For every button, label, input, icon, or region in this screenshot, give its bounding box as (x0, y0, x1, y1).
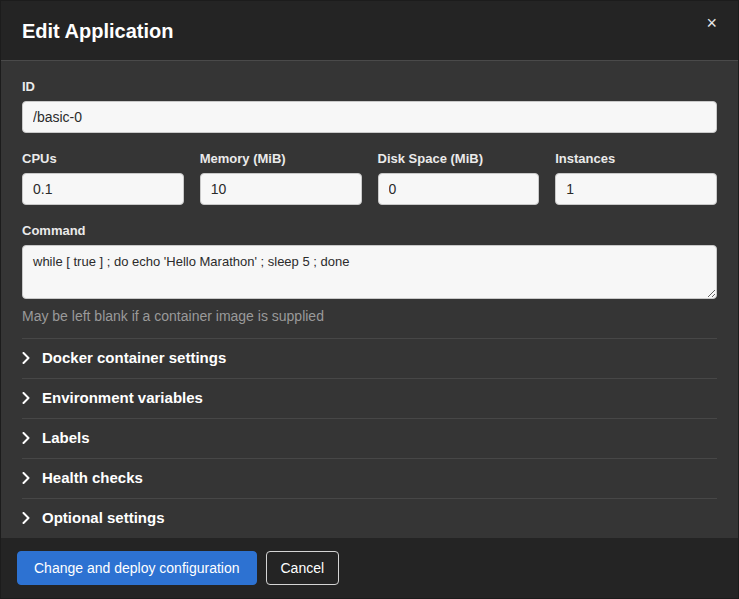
command-help-text: May be left blank if a container image i… (22, 308, 717, 325)
disk-label: Disk Space (MiB) (378, 151, 540, 167)
id-input[interactable] (22, 101, 717, 133)
command-field-group: Command while [ true ] ; do echo 'Hello … (22, 223, 717, 325)
modal-title: Edit Application (22, 18, 173, 44)
chevron-right-icon (22, 472, 30, 484)
modal-header: Edit Application × (1, 1, 738, 61)
chevron-right-icon (22, 392, 30, 404)
section-label: Optional settings (42, 509, 165, 527)
edit-application-modal: Edit Application × ID CPUs Memory (MiB) … (0, 0, 739, 599)
chevron-right-icon (22, 512, 30, 524)
instances-label: Instances (555, 151, 717, 167)
section-docker-container-settings[interactable]: Docker container settings (22, 339, 717, 379)
cancel-button[interactable]: Cancel (266, 551, 340, 585)
collapsible-sections: Docker container settings Environment va… (22, 338, 717, 538)
close-icon[interactable]: × (702, 12, 721, 34)
cpus-label: CPUs (22, 151, 184, 167)
memory-input[interactable] (200, 173, 362, 205)
modal-footer: Change and deploy configuration Cancel (1, 538, 738, 598)
id-label: ID (22, 79, 717, 95)
section-label: Docker container settings (42, 349, 226, 367)
instances-field-group: Instances (555, 151, 717, 205)
memory-label: Memory (MiB) (200, 151, 362, 167)
section-label: Labels (42, 429, 90, 447)
cpus-field-group: CPUs (22, 151, 184, 205)
modal-body: ID CPUs Memory (MiB) Disk Space (MiB) In… (1, 61, 738, 538)
section-label: Environment variables (42, 389, 203, 407)
command-label: Command (22, 223, 717, 239)
chevron-right-icon (22, 352, 30, 364)
chevron-right-icon (22, 432, 30, 444)
instances-input[interactable] (555, 173, 717, 205)
change-and-deploy-button[interactable]: Change and deploy configuration (17, 551, 257, 585)
cpus-input[interactable] (22, 173, 184, 205)
id-field-group: ID (22, 79, 717, 133)
section-environment-variables[interactable]: Environment variables (22, 379, 717, 419)
memory-field-group: Memory (MiB) (200, 151, 362, 205)
section-labels[interactable]: Labels (22, 419, 717, 459)
section-health-checks[interactable]: Health checks (22, 459, 717, 499)
disk-field-group: Disk Space (MiB) (378, 151, 540, 205)
section-label: Health checks (42, 469, 143, 487)
section-optional-settings[interactable]: Optional settings (22, 499, 717, 538)
command-textarea[interactable]: while [ true ] ; do echo 'Hello Marathon… (22, 245, 717, 299)
disk-input[interactable] (378, 173, 540, 205)
resources-row: CPUs Memory (MiB) Disk Space (MiB) Insta… (22, 151, 717, 205)
